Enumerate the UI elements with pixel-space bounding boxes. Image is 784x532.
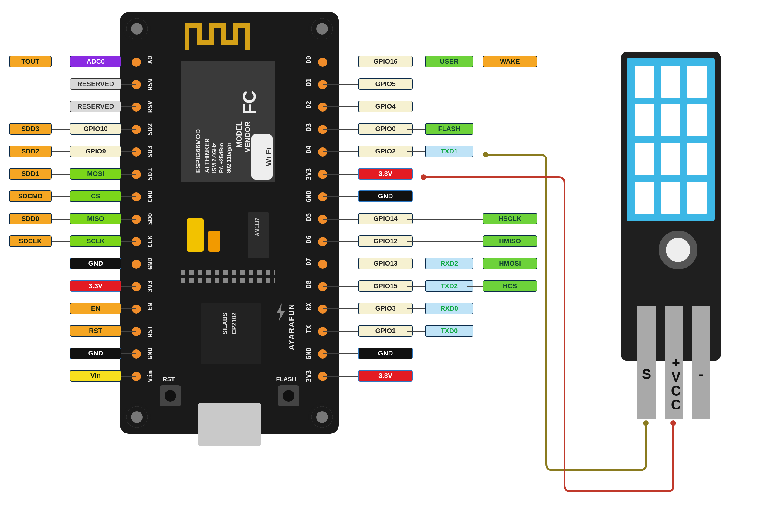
pin-tag: 3.3V xyxy=(358,370,413,382)
pin-tag: USER xyxy=(425,56,474,67)
pin-connector xyxy=(323,308,358,309)
pin-tag: MISO xyxy=(70,213,121,225)
pin-tag: GPIO0 xyxy=(358,123,413,135)
silk-label: TX xyxy=(305,325,312,333)
sensor-leg-signal xyxy=(637,306,655,419)
pin-connector xyxy=(323,286,358,287)
module-text: AI THINKER xyxy=(203,70,211,173)
silk-label: A0 xyxy=(147,56,153,64)
pin-tag: HMOSI xyxy=(483,258,537,269)
pin-connector xyxy=(323,219,358,219)
pin-tag: FLASH xyxy=(425,123,474,135)
svg-point-1 xyxy=(643,420,649,426)
pin-tag: Vin xyxy=(70,370,121,382)
silk-label: D7 xyxy=(305,258,312,266)
sensor-grill-icon xyxy=(627,58,715,221)
usb-chip-label: SILABS xyxy=(222,313,228,334)
pin-tag: WAKE xyxy=(483,56,537,67)
pin-connector xyxy=(323,241,358,242)
flash-label: FLASH xyxy=(276,376,296,382)
silk-label: D6 xyxy=(305,235,312,243)
silk-label: 3V3 xyxy=(305,168,312,180)
silk-label: GND xyxy=(305,190,312,203)
pin-tag: SDD1 xyxy=(9,168,52,180)
pin-connector xyxy=(407,331,425,332)
wifi-icon: Wi Fi xyxy=(251,134,273,180)
pin-connector xyxy=(323,107,358,107)
pin-tag: GPIO3 xyxy=(358,303,413,314)
pin-tag: ADC0 xyxy=(70,56,121,67)
pin-connector xyxy=(407,129,425,130)
svg-point-3 xyxy=(671,420,676,426)
pin-tag: GPIO12 xyxy=(358,235,413,247)
usb-chip: SILABS CP2102 xyxy=(201,303,261,364)
module-text: VENDOR xyxy=(244,121,252,153)
pin-tag: GND xyxy=(70,258,121,269)
pin-tag: GPIO5 xyxy=(358,78,413,90)
pin-tag: RESERVED xyxy=(70,101,121,112)
pin-tag: TXD0 xyxy=(425,325,474,337)
svg-point-0 xyxy=(483,152,488,157)
silk-label: Vin xyxy=(147,370,153,382)
pin-connector xyxy=(407,151,425,152)
silk-label: RSV xyxy=(147,101,153,113)
pin-tag: GPIO4 xyxy=(358,101,413,112)
pin-connector xyxy=(323,353,358,354)
pin-tag: TOUT xyxy=(9,56,52,67)
pin-connector xyxy=(323,331,358,332)
rst-label: RST xyxy=(163,376,175,382)
sensor-leg-label: S xyxy=(637,367,655,381)
pin-tag: SDCMD xyxy=(9,190,52,202)
silk-label: SD0 xyxy=(147,213,153,225)
capacitor-icon xyxy=(187,218,204,252)
pin-connector xyxy=(407,62,425,62)
silk-label: GND xyxy=(305,348,312,360)
sensor-leg-gnd xyxy=(692,306,710,419)
sensor-mount-hole-icon xyxy=(659,231,698,269)
pin-connector xyxy=(323,129,358,130)
pin-tag: GPIO2 xyxy=(358,146,413,157)
pin-tag: SCLK xyxy=(70,235,121,247)
silk-label: D4 xyxy=(305,146,312,154)
pin-tag: MOSI xyxy=(70,168,121,180)
sensor-leg-label: - xyxy=(692,367,710,381)
module-text: ESP8266MOD xyxy=(194,70,202,173)
pcb-antenna-icon xyxy=(184,21,254,58)
solder-row-icon xyxy=(181,278,275,283)
silk-label: RSV xyxy=(147,78,153,90)
silk-label: CLK xyxy=(147,235,153,247)
pin-tag: 3.3V xyxy=(358,168,413,180)
flash-button[interactable] xyxy=(278,385,299,407)
pin-connector xyxy=(468,62,483,62)
pin-tag: SDD2 xyxy=(9,146,52,157)
silk-label: 3V3 xyxy=(147,280,153,292)
pin-tag: HMISO xyxy=(483,235,537,247)
pin-tag: CS xyxy=(70,190,121,202)
module-text: PA +25dBm xyxy=(219,70,225,173)
regulator-label: AM1117 xyxy=(255,218,260,236)
pin-tag: GPIO9 xyxy=(70,146,121,157)
pin-tag: RST xyxy=(70,325,121,337)
pin-tag: HSCLK xyxy=(483,213,537,225)
silk-label: SD2 xyxy=(147,123,153,135)
rst-button[interactable] xyxy=(160,385,181,407)
capacitor-icon xyxy=(208,231,220,252)
pin-tag: GPIO13 xyxy=(358,258,413,269)
pin-tag: EN xyxy=(70,303,121,314)
silk-label: D8 xyxy=(305,280,312,289)
sensor-leg-label: +VCC xyxy=(665,355,683,411)
silk-label: D0 xyxy=(305,56,312,64)
pin-tag: TXD1 xyxy=(425,146,474,157)
pin-connector xyxy=(407,286,425,287)
silk-label: RX xyxy=(305,303,312,311)
pin-connector xyxy=(323,62,358,62)
lightning-icon xyxy=(275,303,287,322)
pin-connector xyxy=(407,219,483,219)
module-text: 802.11b/g/n xyxy=(226,70,232,173)
pin-connector xyxy=(323,174,358,175)
svg-point-2 xyxy=(421,174,426,180)
silk-label: D1 xyxy=(305,78,312,86)
mounting-hole xyxy=(311,407,333,428)
pin-tag: GPIO16 xyxy=(358,56,413,67)
usb-chip-label: CP2102 xyxy=(231,313,237,334)
